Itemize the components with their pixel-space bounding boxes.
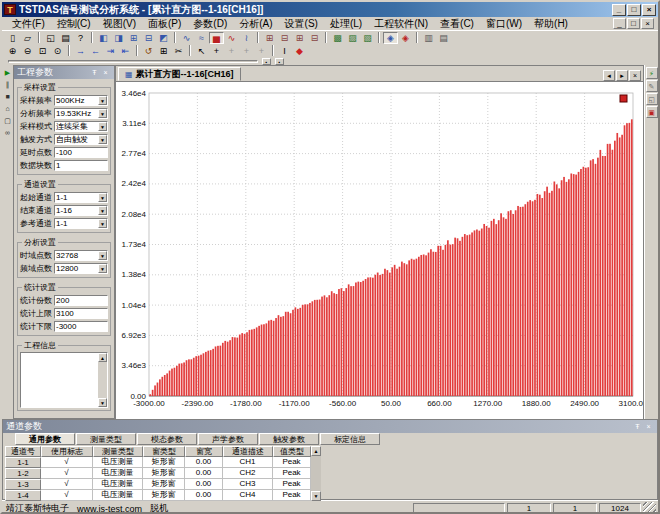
menu-item-panel[interactable]: 面板(P) xyxy=(142,16,187,32)
scroll-down-icon[interactable]: ▼ xyxy=(98,398,107,407)
menu-item-help[interactable]: 帮助(H) xyxy=(528,16,574,32)
peak-cursor-icon[interactable]: + xyxy=(239,45,254,57)
tab-scroll-left-icon[interactable]: ◂ xyxy=(603,70,615,81)
combo-arrow-icon[interactable]: ▼ xyxy=(98,206,107,215)
table-scrollbar[interactable]: ▲ ▼ xyxy=(311,446,321,501)
pin-icon[interactable]: Ŧ xyxy=(89,68,100,78)
table-row[interactable]: 1-1√电压测量矩形窗0.00CH1Peak xyxy=(5,457,311,468)
slider-right-icon[interactable]: ▪ xyxy=(275,58,284,65)
project-info-textarea[interactable]: ▲▼ xyxy=(20,352,108,408)
connect-device-icon[interactable]: ⚡ xyxy=(646,67,658,79)
menu-item-control[interactable]: 控制(C) xyxy=(51,16,97,32)
pointer-cursor-icon[interactable]: ↖ xyxy=(194,45,209,57)
resize-grip[interactable] xyxy=(643,502,656,514)
list-statistics-icon[interactable]: ⊞ xyxy=(292,32,307,44)
zoom-in-icon[interactable]: ⊕ xyxy=(5,45,20,57)
list-time-icon[interactable]: ⊞ xyxy=(262,32,277,44)
transfer-curve-icon[interactable]: ∿ xyxy=(224,32,239,44)
close-button[interactable]: × xyxy=(642,4,656,16)
minimize-button[interactable]: _ xyxy=(612,4,626,16)
mdi-restore-button[interactable]: □ xyxy=(627,18,640,29)
tab-modal[interactable]: 模态参数 xyxy=(137,433,197,445)
combo-arrow-icon[interactable]: ▼ xyxy=(98,135,107,144)
tab-trigger[interactable]: 触发参数 xyxy=(259,433,319,445)
zoom-reset-icon[interactable]: ⊙ xyxy=(50,45,65,57)
menu-item-project-software[interactable]: 工程软件(N) xyxy=(368,16,434,32)
monitor-icon[interactable]: ▢ xyxy=(3,115,13,126)
print-preview-icon[interactable]: ◱ xyxy=(43,32,58,44)
pause-icon[interactable]: ∥ xyxy=(3,79,13,90)
bottom-close-icon[interactable]: × xyxy=(643,422,654,432)
zoom-out-icon[interactable]: ⊖ xyxy=(20,45,35,57)
quad-view-icon[interactable]: ⊞ xyxy=(126,32,141,44)
zoom-box-icon[interactable]: ⊡ xyxy=(35,45,50,57)
list-octave-icon[interactable]: ⊟ xyxy=(307,32,322,44)
report-3d-icon[interactable]: ▩ xyxy=(330,32,345,44)
mdi-close-button[interactable]: × xyxy=(641,18,654,29)
time-waveform-icon[interactable]: ∿ xyxy=(179,32,194,44)
run-icon[interactable]: ▶ xyxy=(3,67,13,78)
snapshot-icon[interactable]: ◱ xyxy=(646,93,658,105)
combo-arrow-icon[interactable]: ▼ xyxy=(98,193,107,202)
chart-plot-area[interactable]: 0.003.46e36.92e31.04e41.38e41.73e42.08e4… xyxy=(116,81,643,419)
go-end-icon[interactable]: ⇥ xyxy=(103,45,118,57)
report-icon[interactable]: ▣ xyxy=(646,106,658,118)
combo-arrow-icon[interactable]: ▼ xyxy=(98,264,107,273)
combo-arrow-icon[interactable]: ▼ xyxy=(98,96,107,105)
table-row[interactable]: 1-3√电压测量矩形窗0.00CH3Peak xyxy=(5,479,311,490)
scroll-down-icon[interactable]: ▼ xyxy=(311,491,321,501)
band-cursor-icon[interactable]: + xyxy=(254,45,269,57)
info-scrollbar[interactable]: ▲▼ xyxy=(98,353,107,407)
dual-view-icon[interactable]: ◨ xyxy=(111,32,126,44)
marker-tool-icon[interactable]: ◆ xyxy=(292,45,307,57)
maximize-button[interactable]: □ xyxy=(627,4,641,16)
slider-left-icon[interactable]: ▪ xyxy=(262,58,271,65)
分析频率-combo[interactable]: 19.53KHz▼ xyxy=(54,108,108,119)
refresh-icon[interactable]: ↺ xyxy=(141,45,156,57)
harmonic-cursor-icon[interactable]: + xyxy=(224,45,239,57)
help-icon[interactable]: ? xyxy=(73,32,88,44)
tab-cumulative-histogram[interactable]: ▦ 累计直方图--1-16[CH16] xyxy=(118,67,241,81)
panel-close-icon[interactable]: × xyxy=(100,68,111,78)
step-forward-icon[interactable]: → xyxy=(73,45,88,57)
combo-arrow-icon[interactable]: ▼ xyxy=(98,109,107,118)
menu-item-file[interactable]: 文件(F) xyxy=(6,16,51,32)
menu-item-parameter[interactable]: 参数(D) xyxy=(187,16,233,32)
overlay-view-icon[interactable]: ◩ xyxy=(156,32,171,44)
combo-arrow-icon[interactable]: ▼ xyxy=(98,122,107,131)
combo-arrow-icon[interactable]: ▼ xyxy=(98,219,107,228)
统计份数-input[interactable]: 200 xyxy=(54,295,108,306)
position-slider[interactable] xyxy=(8,60,258,63)
list-spectrum-icon[interactable]: ⊟ xyxy=(277,32,292,44)
grid-window-icon[interactable]: ▥ xyxy=(421,32,436,44)
horizontal-split-icon[interactable]: ⊟ xyxy=(141,32,156,44)
report-map-icon[interactable]: ▧ xyxy=(360,32,375,44)
tab-scroll-right-icon[interactable]: ▸ xyxy=(616,70,628,81)
时域点数-combo[interactable]: 32768▼ xyxy=(54,250,108,261)
参考通道-combo[interactable]: 1-1▼ xyxy=(54,218,108,229)
tab-calibration[interactable]: 标定信息 xyxy=(320,433,380,445)
menu-item-process[interactable]: 处理(L) xyxy=(324,16,368,32)
起始通道-combo[interactable]: 1-1▼ xyxy=(54,192,108,203)
scroll-up-icon[interactable]: ▲ xyxy=(98,353,107,362)
step-back-icon[interactable]: ← xyxy=(88,45,103,57)
menu-item-view[interactable]: 视图(V) xyxy=(97,16,142,32)
tab-close-icon[interactable]: × xyxy=(629,70,641,81)
copy-icon[interactable]: ⊞ xyxy=(156,45,171,57)
stop-icon[interactable]: ■ xyxy=(3,91,13,102)
print-icon[interactable]: ▤ xyxy=(58,32,73,44)
数据块数-input[interactable]: 1 xyxy=(54,160,108,171)
频域点数-combo[interactable]: 12800▼ xyxy=(54,263,108,274)
go-start-icon[interactable]: ⇤ xyxy=(118,45,133,57)
report-color-icon[interactable]: ▨ xyxy=(345,32,360,44)
延时点数-input[interactable]: -100 xyxy=(54,147,108,158)
cross-cursor-icon[interactable]: + xyxy=(209,45,224,57)
统计下限-input[interactable]: -3000 xyxy=(54,321,108,332)
采样频率-combo[interactable]: 500KHz▼ xyxy=(54,95,108,106)
table-row[interactable]: 1-2√电压测量矩形窗0.00CH2Peak xyxy=(5,468,311,479)
spectrum-icon[interactable]: ≈ xyxy=(194,32,209,44)
menu-item-lookup[interactable]: 查看(C) xyxy=(434,16,480,32)
project-manager-icon[interactable]: ⌂ xyxy=(3,103,13,114)
annotate-icon[interactable]: ✎ xyxy=(646,80,658,92)
统计上限-input[interactable]: 3100 xyxy=(54,308,108,319)
